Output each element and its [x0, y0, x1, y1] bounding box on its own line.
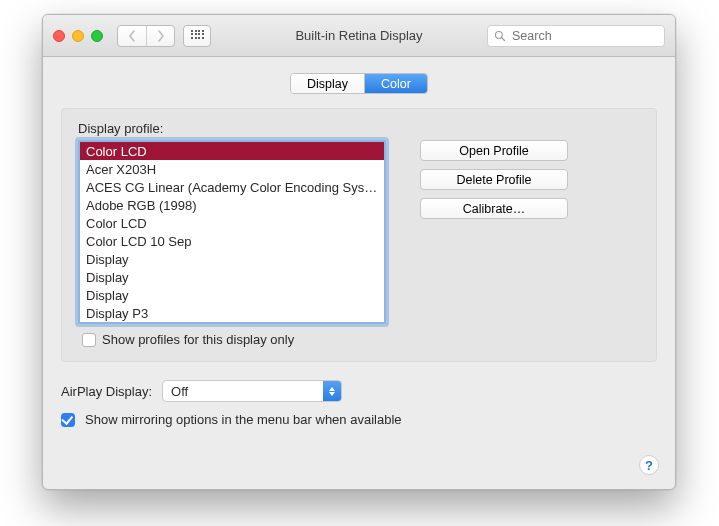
forward-button[interactable] — [146, 26, 174, 46]
profile-list-item[interactable]: ACES CG Linear (Academy Color Encoding S… — [80, 178, 384, 196]
display-profile-list[interactable]: Color LCDAcer X203HACES CG Linear (Acade… — [78, 140, 386, 324]
show-profiles-only-checkbox[interactable] — [82, 333, 96, 347]
profile-actions: Open Profile Delete Profile Calibrate… — [420, 140, 568, 219]
airplay-label: AirPlay Display: — [61, 384, 152, 399]
profile-list-item[interactable]: Acer X203H — [80, 160, 384, 178]
calibrate-button[interactable]: Calibrate… — [420, 198, 568, 219]
tab-color[interactable]: Color — [364, 74, 427, 93]
airplay-select[interactable]: Off — [162, 380, 342, 402]
window-controls — [53, 30, 103, 42]
preferences-window: Built-in Retina Display Display Color Di… — [42, 14, 676, 490]
open-profile-button[interactable]: Open Profile — [420, 140, 568, 161]
profile-list-item[interactable]: Color LCD 10 Sep — [80, 232, 384, 250]
profile-list-item[interactable]: Display — [80, 286, 384, 304]
show-profiles-only-row[interactable]: Show profiles for this display only — [78, 332, 640, 347]
display-profile-label: Display profile: — [78, 121, 640, 136]
search-icon — [494, 30, 506, 42]
airplay-row: AirPlay Display: Off — [61, 380, 657, 402]
profile-list-item[interactable]: Color LCD — [80, 214, 384, 232]
window-content: Display Color Display profile: Color LCD… — [43, 57, 675, 489]
mirroring-label: Show mirroring options in the menu bar w… — [85, 412, 402, 427]
close-window-button[interactable] — [53, 30, 65, 42]
profile-list-item[interactable]: Color LCD — [80, 142, 384, 160]
help-button[interactable]: ? — [639, 455, 659, 475]
profile-list-item[interactable]: Adobe RGB (1998) — [80, 196, 384, 214]
profile-list-item[interactable]: Display — [80, 250, 384, 268]
lower-section: AirPlay Display: Off Show mirroring opti… — [61, 380, 657, 427]
zoom-window-button[interactable] — [91, 30, 103, 42]
tab-display[interactable]: Display — [291, 74, 364, 93]
delete-profile-button[interactable]: Delete Profile — [420, 169, 568, 190]
nav-back-forward — [117, 25, 175, 47]
minimize-window-button[interactable] — [72, 30, 84, 42]
show-profiles-only-label: Show profiles for this display only — [102, 332, 294, 347]
chevron-up-down-icon — [323, 381, 341, 401]
grid-icon — [191, 30, 203, 42]
back-button[interactable] — [118, 26, 146, 46]
color-panel: Display profile: Color LCDAcer X203HACES… — [61, 108, 657, 362]
mirroring-row[interactable]: Show mirroring options in the menu bar w… — [61, 412, 657, 427]
search-field[interactable] — [487, 25, 665, 47]
window-toolbar: Built-in Retina Display — [43, 15, 675, 57]
search-input[interactable] — [510, 28, 658, 44]
profile-list-item[interactable]: Display P3 — [80, 304, 384, 322]
display-color-tabs: Display Color — [290, 73, 428, 94]
svg-line-1 — [502, 37, 505, 40]
profile-list-item[interactable]: Display — [80, 268, 384, 286]
airplay-value: Off — [171, 384, 188, 399]
show-all-button[interactable] — [183, 25, 211, 47]
mirroring-checkbox[interactable] — [61, 413, 75, 427]
